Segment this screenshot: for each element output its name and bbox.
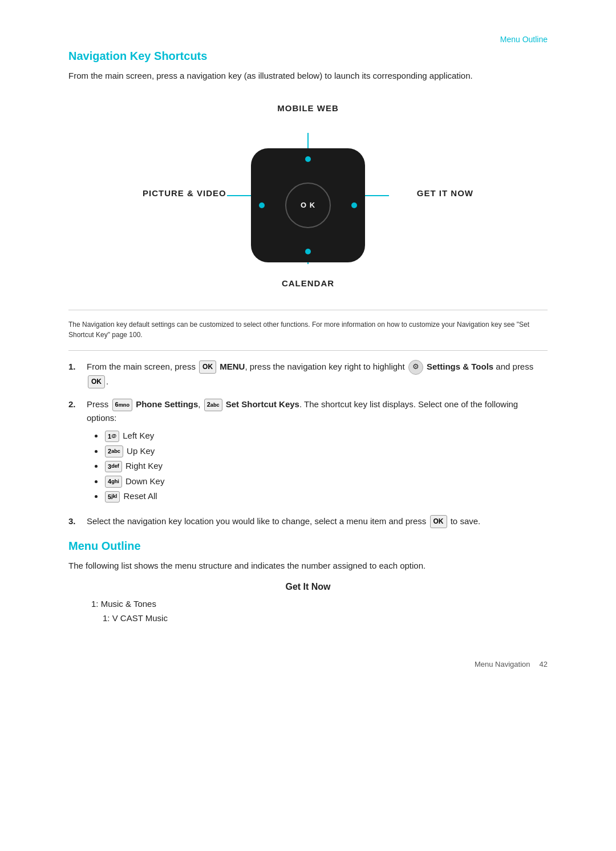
steps-list: 1. From the main screen, press OK MENU, … (68, 360, 548, 529)
section-divider (68, 310, 548, 310)
menu-outline-anchor[interactable]: Menu Outline (500, 35, 548, 44)
diagram-label-left: PICTURE & VIDEO (143, 188, 226, 197)
menu-tree: 1: Music & Tones 1: V CAST Music (68, 597, 548, 626)
menu-item-1-1: 1: V CAST Music (91, 611, 548, 626)
key-5: 5jkl (105, 491, 120, 503)
nav-shortcuts-title: Navigation Key Shortcuts (68, 50, 548, 63)
diagram-label-top: MOBILE WEB (277, 103, 339, 113)
header-menu-outline-link: Menu Outline (68, 34, 548, 44)
menu-label-1: MENU (220, 362, 245, 371)
key-1: 1@ (105, 431, 119, 443)
get-it-now-heading: Get It Now (68, 582, 548, 592)
diagram-label-bottom: CALENDAR (282, 278, 334, 288)
nav-shortcuts-section: Navigation Key Shortcuts From the main s… (68, 50, 548, 293)
diagram-label-right: GET IT NOW (417, 188, 473, 197)
nav-diagram: MOBILE WEB PICTURE & VIDEO GET IT NOW CA… (143, 99, 473, 293)
step-1-content: From the main screen, press OK MENU, pre… (87, 360, 548, 389)
dpad-dot-bottom (305, 249, 311, 254)
step-1-num: 1. (68, 360, 81, 374)
ok-badge-2: OK (88, 375, 105, 388)
step-2: 2. Press 6mno Phone Settings, 2abc Set S… (68, 398, 548, 505)
shortcut-key-reset: 5jkl Reset All (104, 490, 548, 503)
dpad-device: O K (251, 148, 365, 262)
shortcut-key-down: 4ghi Down Key (104, 475, 548, 488)
ok-badge-1: OK (199, 360, 216, 374)
phone-settings-label: Phone Settings (136, 399, 198, 409)
page-footer: Menu Navigation 42 (68, 660, 548, 668)
menu-outline-intro: The following list shows the menu struct… (68, 560, 548, 573)
menu-outline-section: Menu Outline The following list shows th… (68, 540, 548, 626)
note-divider (68, 350, 548, 351)
set-shortcut-keys-label: Set Shortcut Keys (226, 399, 299, 409)
settings-tools-label: Settings & Tools (427, 362, 493, 371)
footer-section-label: Menu Navigation (475, 660, 530, 668)
shortcut-key-right: 3def Right Key (104, 460, 548, 473)
key-3: 3def (105, 461, 122, 473)
menu-item-1: 1: Music & Tones (91, 597, 548, 611)
step-3-content: Select the navigation key location you w… (87, 514, 548, 529)
ok-badge-3: OK (430, 515, 447, 528)
nav-shortcuts-intro: From the main screen, press a navigation… (68, 70, 548, 83)
step-3-num: 3. (68, 514, 81, 528)
shortcut-keys-list: 1@ Left Key 2abc Up Key 3def Right Key 4… (87, 429, 548, 503)
dpad-center-button: O K (285, 183, 331, 228)
step-3: 3. Select the navigation key location yo… (68, 514, 548, 529)
shortcut-key-left: 1@ Left Key (104, 429, 548, 443)
menu-outline-title: Menu Outline (68, 540, 548, 553)
dpad-dot-right (351, 202, 357, 208)
dpad-dot-left (259, 202, 265, 208)
dpad-dot-top (305, 156, 311, 162)
key-2: 2abc (105, 445, 123, 457)
note-text: The Navigation key default settings can … (68, 319, 548, 340)
key-2abc: 2abc (204, 399, 222, 411)
footer-page-num: 42 (540, 660, 548, 668)
key-6mno: 6mno (112, 399, 132, 411)
settings-icon: ⚙ (408, 360, 423, 375)
shortcut-key-up: 2abc Up Key (104, 445, 548, 458)
key-4: 4ghi (105, 476, 122, 488)
step-2-content: Press 6mno Phone Settings, 2abc Set Shor… (87, 398, 548, 505)
step-1: 1. From the main screen, press OK MENU, … (68, 360, 548, 389)
step-2-num: 2. (68, 398, 81, 411)
